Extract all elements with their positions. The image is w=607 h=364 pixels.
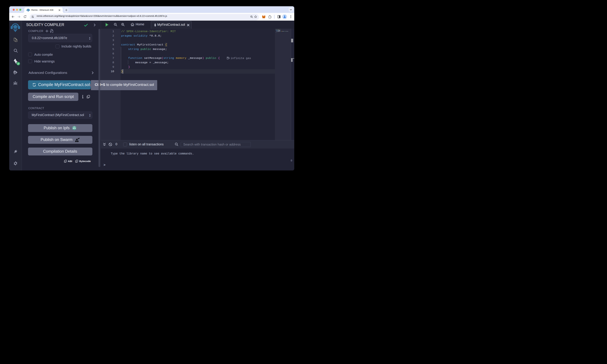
svg-text:IPFS: IPFS (73, 128, 76, 129)
